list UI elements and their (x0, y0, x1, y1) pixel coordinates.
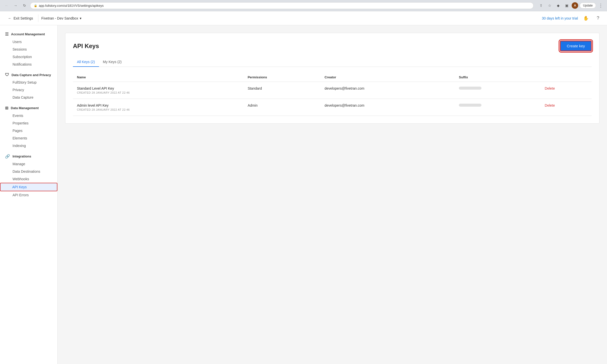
table-row: Admin level API Key CREATED 28 JANUARY 2… (73, 99, 592, 116)
row1-key-created: CREATED 28 JANUARY 2022 AT 22:46 (77, 91, 240, 94)
row1-actions: Delete (541, 82, 592, 99)
col-suffix: Suffix (455, 73, 541, 82)
row1-suffix-placeholder (459, 87, 481, 90)
browser-actions: ⇧ ☆ ◆ ▣ A Update ⋮ (538, 2, 604, 9)
url-text: app.fullstory.com/ui/181VVS/settings/api… (39, 4, 104, 8)
content-card: API Keys Create key All Keys (2) My Keys… (65, 33, 599, 124)
col-actions (541, 73, 592, 82)
sidebar-item-elements[interactable]: Elements (0, 134, 57, 142)
integrations-icon: 🔗 (5, 154, 10, 159)
back-button[interactable]: ← (3, 2, 10, 9)
tab-icon[interactable]: ▣ (563, 2, 570, 9)
sidebar-item-subscription[interactable]: Subscription (0, 53, 57, 61)
page-title: API Keys (73, 43, 99, 50)
data-capture-privacy-label: Data Capture and Privacy (12, 73, 51, 77)
data-management-icon: ⊞ (5, 106, 8, 110)
sidebar-item-pages[interactable]: Pages (0, 127, 57, 134)
main-content: API Keys Create key All Keys (2) My Keys… (58, 25, 607, 364)
table-row: Standard Level API Key CREATED 28 JANUAR… (73, 82, 592, 99)
share-icon[interactable]: ⇧ (538, 2, 545, 9)
row2-key-name: Admin level API Key (77, 103, 240, 107)
sidebar-item-webhooks[interactable]: Webhooks (0, 175, 57, 183)
chevron-down-icon: ▾ (80, 16, 81, 20)
workspace-selector[interactable]: Fivetran - Dev Sandbox ▾ (40, 14, 82, 22)
sidebar-item-properties[interactable]: Properties (0, 119, 57, 127)
row2-permissions: Admin (244, 99, 321, 116)
workspace-name: Fivetran - Dev Sandbox (41, 16, 78, 20)
sidebar: ☰ Account Management Users Sessions Subs… (0, 25, 58, 364)
col-permissions: Permissions (244, 73, 321, 82)
row2-suffix-placeholder (459, 104, 481, 107)
sidebar-section-header-account: ☰ Account Management (0, 29, 57, 38)
app-header: ← Exit Settings Fivetran - Dev Sandbox ▾… (0, 11, 607, 25)
sidebar-section-header-data-management: ⊞ Data Management (0, 103, 57, 112)
hand-icon[interactable]: ✋ (582, 14, 590, 22)
trial-text[interactable]: 30 days left in your trial (542, 16, 578, 20)
sidebar-section-header-data-capture: 🛡 Data Capture and Privacy (0, 70, 57, 79)
address-bar[interactable]: 🔒 app.fullstory.com/ui/181VVS/settings/a… (30, 2, 534, 9)
header-left: ← Exit Settings Fivetran - Dev Sandbox ▾ (5, 14, 82, 22)
header-divider (38, 15, 38, 22)
profile-avatar[interactable]: A (572, 2, 578, 9)
shield-icon: 🛡 (5, 73, 9, 77)
tab-all-keys[interactable]: All Keys (2) (73, 57, 99, 67)
back-arrow-icon: ← (8, 16, 12, 20)
row2-actions: Delete (541, 99, 592, 116)
sidebar-section-integrations: 🔗 Integrations Manage Data Destinations … (0, 151, 57, 199)
tab-my-keys[interactable]: My Keys (2) (99, 57, 126, 67)
table-header: Name Permissions Creator Suffix (73, 73, 592, 82)
star-icon[interactable]: ☆ (546, 2, 553, 9)
exit-settings-label: Exit Settings (14, 16, 33, 20)
sidebar-item-fullstory-setup[interactable]: FullStory Setup (0, 79, 57, 86)
sidebar-item-events[interactable]: Events (0, 112, 57, 119)
sidebar-section-data-capture: 🛡 Data Capture and Privacy FullStory Set… (0, 70, 57, 101)
sidebar-item-data-destinations[interactable]: Data Destinations (0, 168, 57, 175)
sidebar-item-sessions[interactable]: Sessions (0, 46, 57, 53)
sidebar-item-indexing[interactable]: Indexing (0, 142, 57, 149)
integrations-label: Integrations (13, 154, 31, 158)
create-key-button[interactable]: Create key (560, 41, 592, 51)
col-creator: Creator (321, 73, 455, 82)
sidebar-item-notifications[interactable]: Notifications (0, 61, 57, 68)
sidebar-item-privacy[interactable]: Privacy (0, 86, 57, 94)
extension-icon[interactable]: ◆ (555, 2, 562, 9)
content-card-header: API Keys Create key (73, 41, 592, 51)
update-button[interactable]: Update (580, 3, 596, 9)
sidebar-item-data-capture[interactable]: Data Capture (0, 94, 57, 101)
sidebar-item-users[interactable]: Users (0, 38, 57, 46)
col-name: Name (73, 73, 244, 82)
row1-permissions: Standard (244, 82, 321, 99)
header-right: 30 days left in your trial ✋ ? (542, 14, 602, 22)
account-management-label: Account Management (11, 32, 45, 36)
row1-key-name: Standard Level API Key (77, 86, 240, 90)
browser-menu-icon[interactable]: ⋮ (597, 3, 604, 8)
account-management-icon: ☰ (5, 32, 9, 37)
sidebar-section-account: ☰ Account Management Users Sessions Subs… (0, 29, 57, 68)
row2-delete-button[interactable]: Delete (545, 103, 555, 107)
row1-delete-button[interactable]: Delete (545, 86, 555, 90)
forward-button[interactable]: → (12, 2, 19, 9)
row2-name-cell: Admin level API Key CREATED 28 JANUARY 2… (73, 99, 244, 116)
sidebar-item-api-errors[interactable]: API Errors (0, 191, 57, 199)
row1-name-cell: Standard Level API Key CREATED 28 JANUAR… (73, 82, 244, 99)
help-icon[interactable]: ? (594, 14, 602, 22)
tabs: All Keys (2) My Keys (2) (73, 57, 592, 67)
sidebar-section-data-management: ⊞ Data Management Events Properties Page… (0, 103, 57, 149)
app-body: ☰ Account Management Users Sessions Subs… (0, 25, 607, 364)
browser-chrome: ← → ↻ 🔒 app.fullstory.com/ui/181VVS/sett… (0, 0, 607, 11)
table-body: Standard Level API Key CREATED 28 JANUAR… (73, 82, 592, 116)
refresh-button[interactable]: ↻ (21, 2, 28, 9)
row1-suffix (455, 82, 541, 99)
data-management-label: Data Management (11, 106, 39, 110)
sidebar-item-manage[interactable]: Manage (0, 160, 57, 168)
sidebar-section-header-integrations: 🔗 Integrations (0, 151, 57, 160)
api-keys-table: Name Permissions Creator Suffix Standard… (73, 73, 592, 116)
row1-creator: developers@fivetran.com (321, 82, 455, 99)
row2-suffix (455, 99, 541, 116)
exit-settings-button[interactable]: ← Exit Settings (5, 14, 36, 22)
lock-icon: 🔒 (34, 4, 37, 7)
sidebar-item-api-keys[interactable]: API Keys (0, 183, 57, 191)
row2-key-created: CREATED 28 JANUARY 2022 AT 22:46 (77, 108, 240, 111)
row2-creator: developers@fivetran.com (321, 99, 455, 116)
